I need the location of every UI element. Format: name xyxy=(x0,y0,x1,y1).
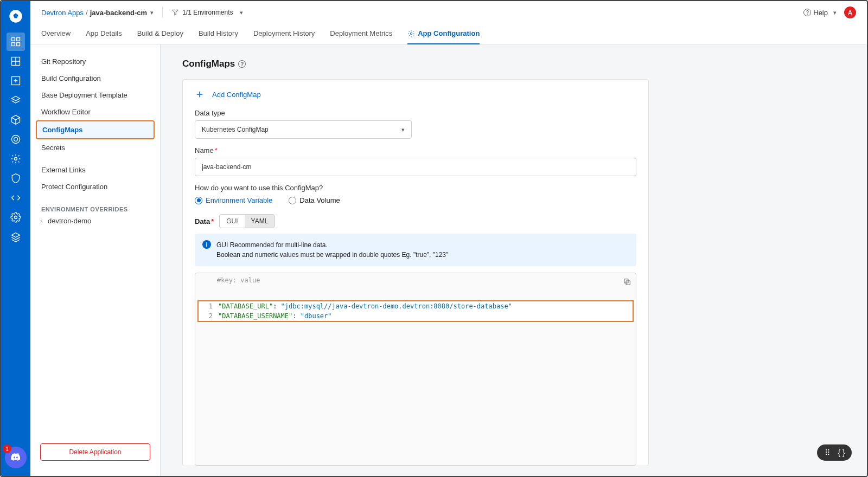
chevron-down-icon: ▾ xyxy=(401,126,405,133)
help-button[interactable]: ? Help ▾ xyxy=(803,9,837,17)
chevron-down-icon: ▾ xyxy=(240,9,243,16)
devtron-logo xyxy=(8,9,23,24)
rail-add[interactable] xyxy=(7,72,25,90)
svg-marker-17 xyxy=(12,233,20,237)
braces-icon[interactable]: { } xyxy=(837,448,846,457)
toggle-yaml[interactable]: YAML xyxy=(245,215,275,228)
name-label: Name* xyxy=(195,146,636,154)
rail-gear[interactable] xyxy=(7,150,25,168)
svg-point-15 xyxy=(15,158,17,160)
topbar: Devtron Apps / java-backend-cm ▾ 1/1 Env… xyxy=(30,1,867,24)
nav-rail: 1 xyxy=(1,1,30,476)
copy-icon[interactable] xyxy=(623,278,631,288)
rail-apps[interactable] xyxy=(7,33,25,51)
breadcrumb-root[interactable]: Devtron Apps xyxy=(41,9,84,17)
sidebar-protect-configuration[interactable]: Protect Configuration xyxy=(36,178,155,195)
data-label: Data* xyxy=(195,217,214,225)
discord-button[interactable]: 1 xyxy=(5,447,27,468)
toggle-gui[interactable]: GUI xyxy=(220,215,244,228)
svg-point-19 xyxy=(410,33,412,35)
svg-rect-3 xyxy=(12,43,15,46)
content: ConfigMaps ? Add ConfigMap Data type Kub… xyxy=(161,44,867,476)
chevron-down-icon[interactable]: ▾ xyxy=(150,9,154,16)
sidebar-override-devtron-demo[interactable]: devtron-demo xyxy=(36,212,155,229)
sidebar-base-deployment-template[interactable]: Base Deployment Template xyxy=(36,87,155,104)
tab-build-history[interactable]: Build History xyxy=(199,24,238,44)
tab-app-details[interactable]: App Details xyxy=(86,24,122,44)
info-box: i GUI Recommended for multi-line data. B… xyxy=(195,234,636,266)
rail-settings[interactable] xyxy=(7,208,25,227)
floating-toolbar[interactable]: ⠿ { } xyxy=(817,444,852,461)
name-input[interactable] xyxy=(195,158,636,176)
info-icon: i xyxy=(202,240,211,249)
data-mode-toggle: GUI YAML xyxy=(219,214,275,228)
avatar[interactable]: A xyxy=(844,7,856,18)
sidebar-build-configuration[interactable]: Build Configuration xyxy=(36,70,155,87)
help-icon: ? xyxy=(803,9,811,16)
data-type-label: Data type xyxy=(195,109,636,117)
help-icon[interactable]: ? xyxy=(238,60,246,68)
svg-rect-4 xyxy=(17,43,20,46)
sidebar-secrets[interactable]: Secrets xyxy=(36,139,155,156)
sidebar-overrides-header: ENVIRONMENT OVERRIDES xyxy=(36,206,155,212)
delete-application-button[interactable]: Delete Application xyxy=(40,443,150,461)
svg-marker-11 xyxy=(12,96,20,101)
rail-stack[interactable] xyxy=(7,91,25,109)
code-hint: #key: value xyxy=(195,273,636,284)
sidebar-workflow-editor[interactable]: Workflow Editor xyxy=(36,104,155,120)
rail-grid[interactable] xyxy=(7,52,25,70)
drag-icon[interactable]: ⠿ xyxy=(822,448,832,457)
page-title: ConfigMaps ? xyxy=(182,59,845,69)
svg-point-14 xyxy=(14,138,18,141)
tab-deployment-metrics[interactable]: Deployment Metrics xyxy=(330,24,392,44)
chevron-down-icon: ▾ xyxy=(833,9,837,16)
breadcrumb-app[interactable]: java-backend-cm xyxy=(90,9,148,17)
rail-shield[interactable] xyxy=(7,169,25,188)
rail-target[interactable] xyxy=(7,130,25,149)
tab-app-configuration[interactable]: App Configuration xyxy=(407,24,480,44)
env-filter[interactable]: 1/1 Environments ▾ xyxy=(171,9,242,16)
tab-build-deploy[interactable]: Build & Deploy xyxy=(137,24,183,44)
svg-point-16 xyxy=(15,216,17,219)
svg-rect-1 xyxy=(12,38,15,41)
radio-data-volume[interactable]: Data Volume xyxy=(289,196,340,204)
rail-layers[interactable] xyxy=(7,228,25,246)
data-type-select[interactable]: Kubernetes ConfigMap ▾ xyxy=(195,120,412,139)
plus-icon xyxy=(195,89,205,99)
discord-count: 1 xyxy=(3,444,11,453)
svg-rect-2 xyxy=(17,38,20,41)
sidebar-git-repository[interactable]: Git Repository xyxy=(36,53,155,70)
yaml-editor[interactable]: #key: value 1 "DATABASE_URL": "jdbc:mysq… xyxy=(195,273,636,466)
sidebar-external-links[interactable]: External Links xyxy=(36,162,155,178)
filter-icon xyxy=(171,9,179,16)
tabs: Overview App Details Build & Deploy Buil… xyxy=(30,24,867,44)
gear-icon xyxy=(407,30,415,37)
rail-cube[interactable] xyxy=(7,111,25,129)
radio-env-variable[interactable]: Environment Variable xyxy=(195,196,272,204)
config-sidebar: Git Repository Build Configuration Base … xyxy=(30,44,161,476)
rail-code[interactable] xyxy=(7,189,25,207)
usage-label: How do you want to use this ConfigMap? xyxy=(195,184,636,192)
tab-deployment-history[interactable]: Deployment History xyxy=(253,24,315,44)
svg-point-13 xyxy=(12,136,20,144)
svg-marker-18 xyxy=(173,10,178,15)
tab-overview[interactable]: Overview xyxy=(41,24,71,44)
add-configmap-button[interactable]: Add ConfigMap xyxy=(195,89,636,99)
sidebar-configmaps[interactable]: ConfigMaps xyxy=(36,120,155,139)
